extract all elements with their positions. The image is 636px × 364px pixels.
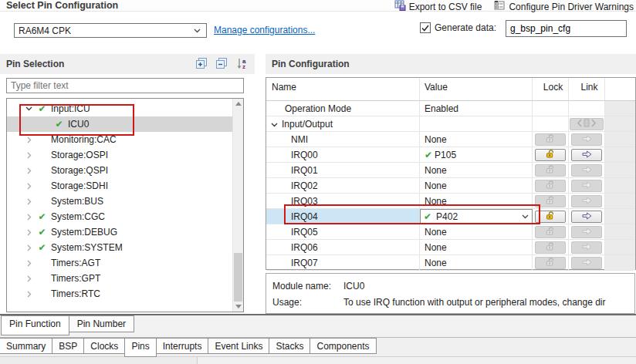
- chevron-right-icon[interactable]: [22, 214, 36, 221]
- config-link-cell: [569, 101, 605, 116]
- tab-label: Pin Function: [9, 318, 61, 329]
- pin-configuration-title: Pin Configuration: [272, 59, 350, 69]
- config-value-cell: None: [420, 178, 533, 193]
- chevron-right-icon[interactable]: [22, 260, 36, 267]
- tree-item-storage-qspi[interactable]: Storage:QSPI: [7, 163, 232, 178]
- config-row-input-output[interactable]: Input/Output: [266, 116, 635, 132]
- scroll-down-icon[interactable]: [233, 302, 243, 312]
- chevron-right-icon[interactable]: [22, 291, 36, 298]
- tree-item-system-bus[interactable]: System:BUS: [7, 194, 232, 209]
- tab-pin-number[interactable]: Pin Number: [69, 315, 134, 332]
- row-filler-cell: [605, 178, 635, 193]
- config-link-cell: [569, 116, 605, 131]
- config-name-label: IRQ02: [291, 180, 318, 191]
- tree-item-system-debug[interactable]: ✔System:DEBUG: [7, 224, 232, 240]
- editor-tab-event-links[interactable]: Event Links: [208, 338, 269, 354]
- tree-item-storage-ospi[interactable]: Storage:OSPI: [7, 147, 232, 163]
- config-row-irq00[interactable]: IRQ00✔P105: [266, 147, 635, 163]
- config-row-irq05[interactable]: IRQ05None: [266, 224, 635, 240]
- config-value-cell: None: [420, 255, 533, 270]
- chevron-right-icon[interactable]: [22, 198, 36, 205]
- config-row-nmi[interactable]: NMINone: [266, 132, 635, 147]
- config-name-label: Input/Output: [282, 119, 333, 130]
- chevron-down-icon[interactable]: [22, 106, 36, 111]
- config-row-operation-mode[interactable]: Operation ModeEnabled: [266, 101, 635, 116]
- tree-item-timers-agt[interactable]: Timers:AGT: [7, 255, 232, 271]
- editor-tab-components[interactable]: Components: [310, 338, 376, 354]
- arrow-right-icon: [582, 196, 592, 207]
- generate-data-checkbox[interactable]: [420, 22, 431, 33]
- scrollbar-thumb[interactable]: [234, 253, 242, 302]
- editor-tab-stacks[interactable]: Stacks: [269, 338, 310, 354]
- tree-item-timers-gpt[interactable]: Timers:GPT: [7, 271, 232, 286]
- chevron-right-icon[interactable]: [22, 167, 36, 174]
- tab-label: Summary: [6, 341, 46, 352]
- config-lock-cell: [533, 209, 569, 224]
- config-row-irq07[interactable]: IRQ07None: [266, 255, 635, 271]
- table-header-row: NameValueLockLink: [266, 78, 635, 101]
- lock-button: [535, 226, 566, 238]
- tree-item-system-cgc[interactable]: ✔System:CGC: [7, 209, 232, 224]
- chevron-right-icon[interactable]: [22, 229, 36, 236]
- lock-button[interactable]: [535, 211, 566, 223]
- config-value-cell: ✔P105: [420, 147, 533, 162]
- chevron-down-icon[interactable]: [271, 119, 278, 130]
- action-label: Export to CSV file: [409, 2, 482, 12]
- action-export-to-csv-file[interactable]: Export to CSV file: [394, 0, 482, 13]
- action-configure-pin-driver-warnings[interactable]: Configure Pin Driver Warnings: [494, 0, 634, 13]
- filter-input[interactable]: [6, 78, 244, 93]
- tree-item-monitoring-cac[interactable]: Monitoring:CAC: [7, 132, 232, 147]
- chevron-right-icon[interactable]: [22, 275, 36, 282]
- lock-button: [535, 195, 566, 207]
- config-row-irq01[interactable]: IRQ01None: [266, 163, 635, 178]
- lock-icon: [545, 195, 556, 207]
- check-icon: ✔: [36, 103, 49, 114]
- column-header-label: Lock: [543, 82, 563, 93]
- tree-item-system-system[interactable]: ✔System:SYSTEM: [7, 240, 232, 255]
- editor-tab-summary[interactable]: Summary: [0, 338, 52, 354]
- config-name-label: NMI: [291, 134, 308, 145]
- tab-pin-function[interactable]: Pin Function: [1, 315, 69, 335]
- config-name-cell: IRQ03: [266, 194, 420, 208]
- editor-tab-interrupts[interactable]: Interrupts: [156, 338, 209, 354]
- tree-item-input-icu[interactable]: ✔Input:ICU: [7, 101, 232, 116]
- chevron-down-icon[interactable]: [522, 214, 529, 219]
- scroll-up-icon[interactable]: [233, 99, 243, 109]
- tree-item-label: System:BUS: [51, 196, 103, 207]
- config-row-irq06[interactable]: IRQ06None: [266, 240, 635, 255]
- config-value-cell: None: [420, 132, 533, 147]
- value-dropdown[interactable]: ✔P402: [420, 209, 533, 224]
- link-button[interactable]: [571, 149, 602, 161]
- config-row-irq04[interactable]: IRQ04✔P402: [266, 209, 635, 224]
- config-name-label: IRQ03: [291, 196, 318, 207]
- configuration-select[interactable]: RA6M4 CPK: [14, 23, 207, 38]
- editor-tab-pins[interactable]: Pins: [124, 338, 156, 357]
- chevron-right-icon[interactable]: [22, 183, 36, 190]
- toolbar-collapse-all-icon[interactable]: [215, 57, 228, 71]
- generate-data-input[interactable]: [506, 20, 627, 37]
- config-name-label: IRQ04: [291, 211, 318, 222]
- configure-warnings-icon: [494, 0, 506, 13]
- config-name-label: IRQ06: [291, 242, 318, 253]
- config-name-cell: IRQ06: [266, 240, 420, 254]
- manage-configurations-link[interactable]: Manage configurations...: [214, 25, 315, 35]
- toolbar-expand-all-icon[interactable]: [195, 57, 208, 71]
- page-title: Select Pin Configuration: [6, 0, 118, 11]
- config-link-cell: [569, 163, 605, 177]
- link-button[interactable]: [571, 211, 602, 223]
- config-name-cell: Input/Output: [266, 116, 420, 131]
- lock-button[interactable]: [535, 149, 566, 161]
- tree-item-timers-rtc[interactable]: Timers:RTC: [7, 286, 232, 302]
- tree-item-icu0[interactable]: ✔ICU0: [7, 116, 232, 132]
- config-row-irq03[interactable]: IRQ03None: [266, 194, 635, 209]
- tree-item-storage-sdhi[interactable]: Storage:SDHI: [7, 178, 232, 194]
- config-row-irq02[interactable]: IRQ02None: [266, 178, 635, 194]
- chevron-right-icon[interactable]: [22, 152, 36, 159]
- toolbar-sort-az-icon[interactable]: az: [235, 57, 249, 71]
- tree-scrollbar[interactable]: [232, 99, 243, 312]
- chevron-right-icon[interactable]: [22, 244, 36, 251]
- chevron-right-icon[interactable]: [22, 136, 36, 143]
- arrow-right-icon: [582, 134, 592, 145]
- editor-tab-clocks[interactable]: Clocks: [83, 338, 125, 354]
- editor-tab-bsp[interactable]: BSP: [52, 338, 84, 354]
